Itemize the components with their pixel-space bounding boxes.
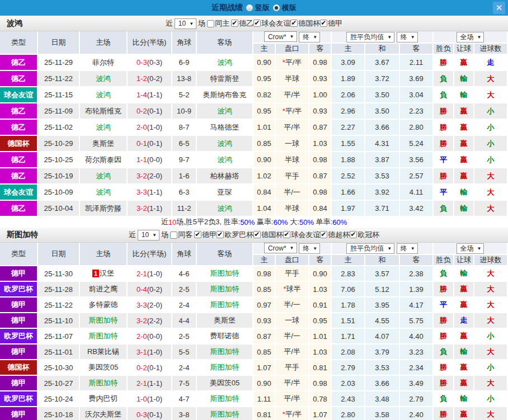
checkbox-icon[interactable]	[290, 20, 298, 27]
fulltime-score: 0-1	[137, 139, 147, 148]
away-team: 波鸿	[197, 136, 253, 152]
col-away: 客场	[197, 31, 253, 55]
match-type: 德乙	[0, 71, 38, 87]
layout-radio-horizontal[interactable]: 横版	[273, 3, 297, 13]
league-checkbox[interactable]: 德国杯	[290, 18, 320, 29]
league-checkbox[interactable]: 欧罗巴杯	[217, 230, 253, 240]
match-row: 德甲25-10-27斯图加特2-1(1-1)7-5美因茨050.90平/半0.9…	[0, 376, 508, 391]
match-score: 2-0(1-0)	[128, 120, 172, 136]
league-checkbox[interactable]: 德甲	[320, 18, 342, 29]
handicap-line: 平/半	[276, 345, 309, 360]
away-team-name: 波鸿	[218, 107, 232, 115]
handicap-odds-away: 0.78	[309, 391, 332, 407]
avg-odds-select[interactable]: 胜平负均值▼	[346, 32, 394, 43]
avg-odds-select-value: 胜平负均值	[350, 32, 384, 42]
handicap-line: 平手	[276, 266, 309, 282]
away-team-name: 特雷斯登	[210, 74, 239, 83]
checkbox-icon[interactable]	[283, 231, 290, 238]
layout-radio-vertical[interactable]: 竖版	[246, 3, 270, 13]
result-wdl: 勝	[434, 55, 454, 71]
checkbox-icon[interactable]	[217, 231, 224, 238]
avg-odds-away: 5.75	[400, 313, 434, 329]
fullmatch-select[interactable]: 全场▼	[457, 32, 485, 43]
bookmaker-select[interactable]: Crow*▼	[264, 243, 297, 253]
handicap-odds-away: 1.01	[309, 329, 332, 345]
bookmaker-select[interactable]: Crow*▼	[264, 31, 297, 42]
match-type: 球会友谊	[0, 87, 38, 103]
result-wdl: 勝	[434, 120, 454, 136]
result-handicap: 贏	[454, 376, 474, 391]
same-venue-checkbox[interactable]: 同客	[170, 230, 192, 240]
league-checkbox[interactable]: 德乙	[231, 18, 253, 29]
match-date: 25-11-30	[38, 266, 80, 282]
final2-select[interactable]: 终▼	[397, 32, 418, 43]
league-checkbox[interactable]: 德甲	[194, 230, 217, 240]
away-team: 特雷斯登	[197, 71, 253, 87]
checkbox-icon[interactable]	[207, 20, 214, 27]
away-team: 斯图加特	[197, 391, 253, 407]
away-team: 斯图加特	[197, 407, 253, 420]
final-select[interactable]: 终▼	[299, 32, 320, 43]
away-team-name: 斯图加特	[210, 347, 239, 356]
final-select[interactable]: 终▼	[299, 243, 320, 254]
handicap-odds-away: 1.07	[309, 407, 332, 420]
sub-col-handicap: 盘口	[276, 255, 309, 266]
checkbox-icon[interactable]	[253, 20, 261, 27]
result-handicap: 贏	[454, 103, 474, 120]
result-wdl: 勝	[434, 329, 454, 345]
match-count-select[interactable]: 10 ▼	[175, 18, 196, 29]
result-wdl: 勝	[434, 282, 454, 298]
checkbox-icon[interactable]	[170, 232, 177, 239]
result-handicap: 贏	[454, 168, 474, 185]
league-checkbox[interactable]: 欧冠杯	[350, 230, 379, 240]
same-venue-checkbox[interactable]: 同主	[207, 18, 229, 29]
match-type: 德国杯	[0, 360, 38, 376]
checkbox-icon[interactable]	[320, 231, 327, 238]
league-label: 德乙	[239, 18, 253, 29]
home-team: 沃尔夫斯堡	[80, 407, 128, 420]
avg-odds-home: 1.78	[332, 298, 365, 313]
fulltime-score: 2-1	[137, 379, 147, 388]
sub-col-avg-draw: 和	[365, 44, 400, 55]
match-count-select[interactable]: 10 ▼	[138, 230, 159, 240]
league-checkbox[interactable]: 德超杯	[320, 230, 350, 240]
avg-odds-home: 2.52	[332, 168, 365, 185]
checkbox-icon[interactable]	[194, 231, 201, 238]
bookmaker-select-value: Crow*	[268, 33, 286, 41]
match-score: 1-1(0-0)	[128, 152, 172, 168]
col-score: 比分(半场)	[128, 31, 172, 55]
avg-odds-home: 1.55	[332, 136, 365, 152]
handicap-odds-away: 1.00	[309, 87, 332, 103]
away-team-name: 斯图加特	[210, 363, 239, 371]
league-checkbox[interactable]: 球会友谊	[253, 18, 290, 29]
checkbox-icon[interactable]	[231, 20, 238, 27]
away-team-name: 美因茨05	[210, 379, 239, 387]
checkbox-icon[interactable]	[350, 231, 357, 238]
handicap-line: *平/半	[276, 55, 309, 71]
checkbox-icon[interactable]	[320, 20, 327, 27]
fullmatch-select[interactable]: 全场▼	[457, 243, 485, 254]
avg-odds-away: 4.11	[400, 185, 434, 201]
result-handicap: 贏	[454, 298, 474, 313]
corner-count: 8-7	[172, 120, 197, 136]
handicap-odds-away: 0.93	[309, 71, 332, 87]
handicap-line: 一球	[276, 136, 309, 152]
checkbox-icon[interactable]	[253, 231, 261, 238]
final2-select[interactable]: 终▼	[397, 243, 418, 254]
radio-icon[interactable]	[246, 4, 253, 11]
handicap-line: 半球	[276, 71, 309, 87]
match-date: 25-11-28	[38, 282, 80, 298]
avg-odds-away: 2.40	[400, 407, 434, 420]
radio-icon[interactable]	[273, 4, 280, 11]
col-score: 比分(半场)	[128, 243, 172, 266]
close-icon[interactable]: ✕	[493, 2, 505, 14]
league-checkbox[interactable]: 德国杯	[253, 230, 283, 240]
match-score: 3-2(1-1)	[128, 201, 172, 217]
league-checkbox[interactable]: 球会友谊	[283, 230, 320, 240]
match-type: 德国杯	[0, 136, 38, 152]
avg-odds-select[interactable]: 胜平负均值▼	[346, 243, 394, 254]
fulltime-score: 3-2	[137, 172, 147, 180]
avg-odds-draw: 3.67	[365, 55, 400, 71]
fullmatch-select-value: 全场	[460, 32, 474, 42]
home-team-name: 沃尔夫斯堡	[85, 410, 121, 418]
